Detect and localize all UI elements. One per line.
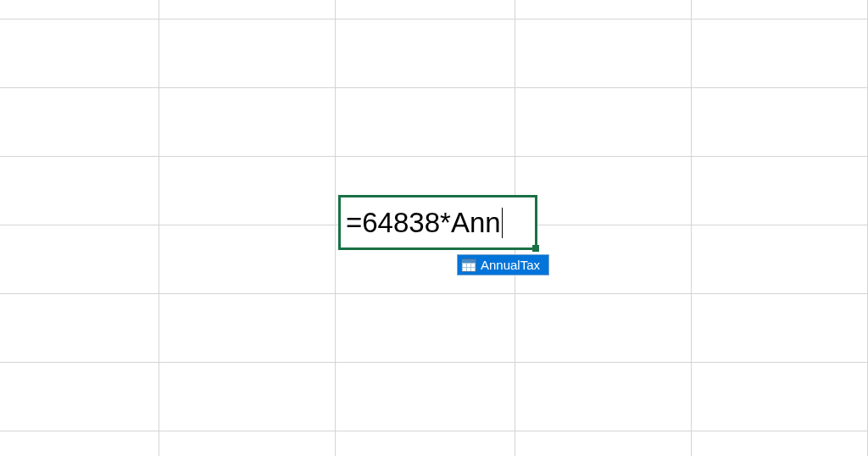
grid-cell[interactable] (515, 19, 692, 88)
grid-cell[interactable] (159, 0, 336, 19)
grid-cell[interactable] (159, 431, 336, 456)
grid-cell[interactable] (0, 157, 159, 225)
active-cell[interactable]: =64838*Ann (338, 195, 537, 250)
grid-row (0, 0, 868, 19)
grid-cell[interactable] (159, 294, 336, 363)
grid-cell[interactable] (692, 431, 868, 456)
grid-cell[interactable] (159, 225, 336, 294)
grid-cell[interactable] (515, 157, 692, 225)
grid-cell[interactable] (0, 0, 159, 19)
grid-cell[interactable] (336, 88, 516, 157)
grid-row (0, 363, 868, 431)
grid-cell[interactable] (692, 225, 868, 294)
table-icon (461, 259, 476, 272)
grid-cell[interactable] (336, 294, 516, 363)
grid-cell[interactable] (692, 88, 868, 157)
grid-cell[interactable] (159, 19, 336, 88)
autocomplete-suggestion: AnnualTax (481, 258, 540, 272)
grid-cell[interactable] (159, 88, 336, 157)
grid-cell[interactable] (159, 363, 336, 431)
grid-cell[interactable] (692, 157, 868, 225)
grid-cell[interactable] (0, 363, 159, 431)
grid-row (0, 88, 868, 157)
grid-cell[interactable] (515, 0, 692, 19)
grid-cell[interactable] (692, 0, 868, 19)
grid-cell[interactable] (515, 88, 692, 157)
grid-cell[interactable] (0, 88, 159, 157)
fill-handle[interactable] (532, 245, 539, 252)
formula-text: =64838*Ann (346, 207, 501, 239)
grid-row (0, 431, 868, 456)
grid-cell[interactable] (0, 431, 159, 456)
grid-cell[interactable] (159, 157, 336, 225)
grid-row (0, 19, 868, 88)
grid-cell[interactable] (515, 294, 692, 363)
grid-cell[interactable] (692, 19, 868, 88)
grid-row (0, 294, 868, 363)
grid-cell[interactable] (336, 19, 516, 88)
grid-cell[interactable] (336, 0, 516, 19)
grid-cell[interactable] (692, 363, 868, 431)
autocomplete-popup[interactable]: AnnualTax (457, 254, 549, 275)
grid-cell[interactable] (515, 363, 692, 431)
grid-cell[interactable] (0, 19, 159, 88)
grid-cell[interactable] (0, 225, 159, 294)
grid-cell[interactable] (515, 431, 692, 456)
grid-cell[interactable] (692, 294, 868, 363)
grid-cell[interactable] (0, 294, 159, 363)
grid-cell[interactable] (336, 363, 516, 431)
grid-cell[interactable] (336, 431, 516, 456)
text-cursor (502, 208, 503, 238)
